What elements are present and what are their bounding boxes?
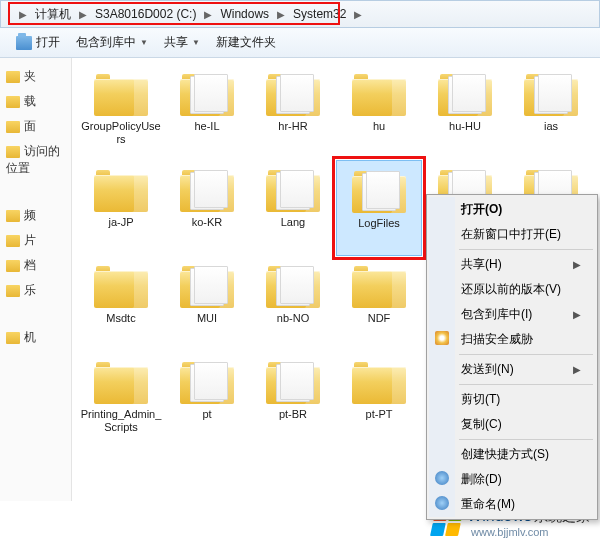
menu-separator (459, 439, 593, 440)
context-menu-item-label: 还原以前的版本(V) (461, 281, 561, 298)
folder-icon (266, 262, 320, 308)
breadcrumb-seg-windows[interactable]: Windows (218, 7, 271, 21)
folder-item[interactable]: pt (164, 352, 250, 448)
context-menu-item[interactable]: 复制(C) (429, 412, 595, 437)
folder-icon (352, 167, 406, 213)
toolbar-share-label: 共享 (164, 34, 188, 51)
folder-icon (180, 262, 234, 308)
folder-label: nb-NO (277, 312, 309, 325)
watermark-url: www.bjjmlv.com (471, 526, 590, 538)
chevron-right-icon[interactable]: ▶ (73, 9, 93, 20)
folder-label: GroupPolicyUsers (80, 120, 162, 146)
folder-item[interactable]: pt-PT (336, 352, 422, 448)
folder-label: Msdtc (106, 312, 135, 325)
context-menu-item[interactable]: 共享(H)▶ (429, 252, 595, 277)
sidebar-item[interactable]: 频 (4, 203, 67, 228)
folder-item[interactable]: nb-NO (250, 256, 336, 352)
context-menu-item-label: 复制(C) (461, 416, 502, 433)
context-menu-item[interactable]: 创建快捷方式(S) (429, 442, 595, 467)
folder-label: Printing_Admin_Scripts (80, 408, 162, 434)
folder-item[interactable]: ias (508, 64, 594, 160)
context-menu-item[interactable]: 包含到库中(I)▶ (429, 302, 595, 327)
folder-icon (6, 146, 20, 158)
context-menu-item[interactable]: 删除(D) (429, 467, 595, 492)
blue-icon (435, 496, 449, 510)
chevron-down-icon: ▼ (192, 38, 200, 47)
context-menu-item-label: 创建快捷方式(S) (461, 446, 549, 463)
context-menu-item[interactable]: 剪切(T) (429, 387, 595, 412)
folder-item[interactable]: Lang (250, 160, 336, 256)
folder-item[interactable]: hu-HU (422, 64, 508, 160)
sidebar-item[interactable]: 档 (4, 253, 67, 278)
context-menu: 打开(O)在新窗口中打开(E)共享(H)▶还原以前的版本(V)包含到库中(I)▶… (426, 194, 598, 520)
sidebar-item[interactable] (4, 303, 67, 325)
folder-item[interactable]: hu (336, 64, 422, 160)
address-bar[interactable]: ▶ 计算机 ▶ S3A8016D002 (C:) ▶ Windows ▶ Sys… (0, 0, 600, 28)
menu-separator (459, 354, 593, 355)
context-menu-item[interactable]: 重命名(M) (429, 492, 595, 517)
folder-item[interactable]: pt-BR (250, 352, 336, 448)
context-menu-item-label: 在新窗口中打开(E) (461, 226, 561, 243)
folder-label: hu (373, 120, 385, 133)
sidebar-item[interactable]: 访问的位置 (4, 139, 67, 181)
chevron-right-icon[interactable]: ▶ (271, 9, 291, 20)
folder-item[interactable]: he-IL (164, 64, 250, 160)
toolbar-share[interactable]: 共享 ▼ (156, 32, 208, 54)
folder-label: Lang (281, 216, 305, 229)
breadcrumb-seg-drive[interactable]: S3A8016D002 (C:) (93, 7, 198, 21)
breadcrumb-seg-computer[interactable]: 计算机 (33, 6, 73, 23)
folder-item[interactable]: Msdtc (78, 256, 164, 352)
toolbar-open[interactable]: 打开 (8, 32, 68, 54)
context-menu-item[interactable]: 发送到(N)▶ (429, 357, 595, 382)
folder-icon (180, 166, 234, 212)
folder-item[interactable]: ja-JP (78, 160, 164, 256)
sidebar-item-label: 夹 (24, 69, 36, 83)
folder-icon (94, 262, 148, 308)
context-menu-item[interactable]: 在新窗口中打开(E) (429, 222, 595, 247)
folder-item[interactable]: LogFiles (336, 160, 422, 256)
context-menu-item[interactable]: 还原以前的版本(V) (429, 277, 595, 302)
chevron-right-icon[interactable]: ▶ (198, 9, 218, 20)
toolbar-new-folder[interactable]: 新建文件夹 (208, 32, 284, 54)
context-menu-item-label: 包含到库中(I) (461, 306, 532, 323)
folder-label: hr-HR (278, 120, 307, 133)
folder-icon (524, 70, 578, 116)
blue-icon (435, 471, 449, 485)
folder-icon (94, 70, 148, 116)
folder-icon (6, 285, 20, 297)
folder-label: ias (544, 120, 558, 133)
folder-item[interactable]: ko-KR (164, 160, 250, 256)
breadcrumb[interactable]: ▶ 计算机 ▶ S3A8016D002 (C:) ▶ Windows ▶ Sys… (1, 1, 599, 27)
folder-label: pt-BR (279, 408, 307, 421)
sidebar-item[interactable]: 机 (4, 325, 67, 350)
toolbar-open-label: 打开 (36, 34, 60, 51)
folder-icon (6, 332, 20, 344)
sidebar-item[interactable]: 片 (4, 228, 67, 253)
sidebar-item[interactable]: 乐 (4, 278, 67, 303)
folder-icon (6, 96, 20, 108)
folder-item[interactable]: GroupPolicyUsers (78, 64, 164, 160)
folder-label: hu-HU (449, 120, 481, 133)
sidebar-item[interactable]: 面 (4, 114, 67, 139)
chevron-right-icon[interactable]: ▶ (13, 9, 33, 20)
folder-item[interactable]: Printing_Admin_Scripts (78, 352, 164, 448)
sidebar-item[interactable]: 夹 (4, 64, 67, 89)
sidebar-item[interactable]: 载 (4, 89, 67, 114)
folder-item[interactable]: hr-HR (250, 64, 336, 160)
folder-icon (438, 70, 492, 116)
chevron-right-icon: ▶ (573, 309, 581, 320)
toolbar-include-library[interactable]: 包含到库中 ▼ (68, 32, 156, 54)
toolbar-include-label: 包含到库中 (76, 34, 136, 51)
context-menu-item[interactable]: 扫描安全威胁 (429, 327, 595, 352)
sidebar-item-label: 面 (24, 119, 36, 133)
context-menu-item[interactable]: 打开(O) (429, 197, 595, 222)
folder-item[interactable]: MUI (164, 256, 250, 352)
breadcrumb-seg-system32[interactable]: System32 (291, 7, 348, 21)
folder-icon (352, 358, 406, 404)
sidebar-item-label: 档 (24, 258, 36, 272)
folder-item[interactable]: NDF (336, 256, 422, 352)
sidebar-item[interactable] (4, 181, 67, 203)
chevron-right-icon: ▶ (573, 259, 581, 270)
chevron-right-icon[interactable]: ▶ (348, 9, 368, 20)
folder-icon (6, 121, 20, 133)
